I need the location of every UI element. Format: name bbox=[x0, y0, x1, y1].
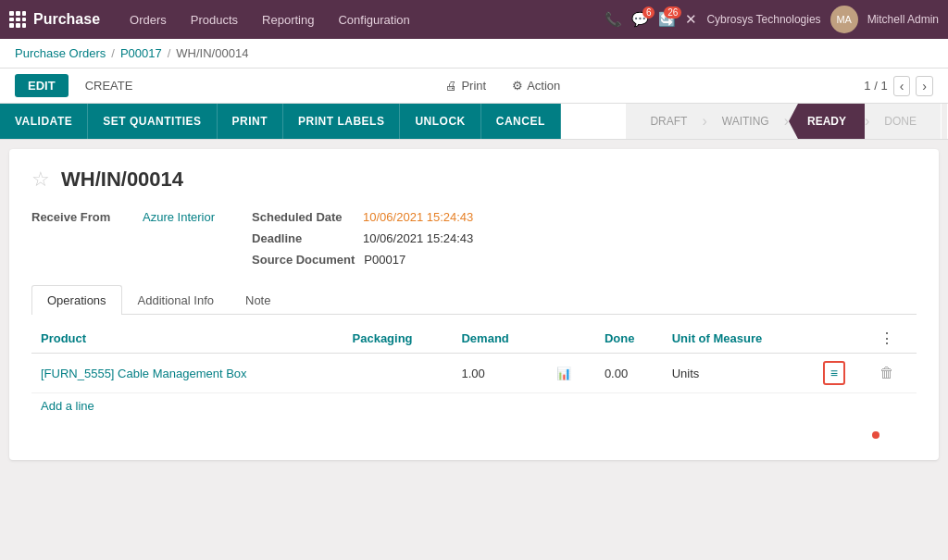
receive-from-value[interactable]: Azure Interior bbox=[143, 210, 215, 224]
print-action-button[interactable]: PRINT bbox=[218, 104, 284, 139]
print-button[interactable]: 🖨 Print bbox=[436, 74, 495, 97]
apps-grid-icon[interactable] bbox=[9, 11, 26, 28]
status-draft[interactable]: DRAFT bbox=[635, 104, 702, 139]
top-navigation: Purchase Orders Products Reporting Confi… bbox=[0, 0, 948, 39]
svg-rect-1 bbox=[16, 11, 20, 16]
nav-products[interactable]: Products bbox=[180, 9, 249, 31]
source-document-value: P00017 bbox=[364, 253, 405, 267]
validate-button[interactable]: VALIDATE bbox=[0, 104, 88, 139]
breadcrumb-sep-1: / bbox=[111, 46, 115, 60]
breadcrumb: Purchase Orders / P00017 / WH/IN/00014 bbox=[0, 39, 948, 68]
status-waiting[interactable]: WAITING bbox=[707, 104, 784, 139]
table-kebab-button[interactable]: ⋮ bbox=[879, 330, 894, 347]
print-label: Print bbox=[461, 79, 486, 93]
col-packaging: Packaging bbox=[343, 324, 453, 354]
nav-orders[interactable]: Orders bbox=[118, 9, 178, 31]
app-brand[interactable]: Purchase bbox=[33, 11, 100, 28]
nav-reporting[interactable]: Reporting bbox=[251, 9, 325, 31]
close-icon[interactable]: ✕ bbox=[685, 11, 697, 28]
action-status-row: VALIDATE SET QUANTITIES PRINT PRINT LABE… bbox=[0, 104, 948, 140]
user-name: Mitchell Admin bbox=[867, 13, 939, 26]
row-detail-btn-cell: ≡ bbox=[814, 354, 870, 393]
row-delete-cell: 🗑 bbox=[870, 354, 917, 393]
nav-configuration[interactable]: Configuration bbox=[327, 9, 420, 31]
deadline-field: Deadline 10/06/2021 15:24:43 bbox=[252, 231, 473, 245]
col-kebab: ⋮ bbox=[870, 324, 917, 354]
breadcrumb-purchase-orders[interactable]: Purchase Orders bbox=[15, 46, 106, 60]
row-forecast-icon[interactable]: 📊 bbox=[543, 354, 594, 393]
svg-rect-0 bbox=[9, 11, 14, 16]
refresh-badge: 26 bbox=[664, 6, 681, 19]
action-label: Action bbox=[527, 79, 560, 93]
status-done[interactable]: DONE bbox=[869, 104, 931, 139]
row-packaging bbox=[343, 354, 453, 393]
next-page-button[interactable]: › bbox=[916, 76, 933, 96]
table-row: [FURN_5555] Cable Management Box 1.00 📊 … bbox=[31, 354, 917, 393]
create-button[interactable]: CREATE bbox=[76, 74, 143, 97]
scheduled-date-field: Scheduled Date 10/06/2021 15:24:43 bbox=[252, 210, 473, 224]
deadline-label: Deadline bbox=[252, 231, 354, 245]
red-indicator-dot bbox=[872, 431, 879, 439]
col-done: Done bbox=[595, 324, 663, 354]
right-fields: Scheduled Date 10/06/2021 15:24:43 Deadl… bbox=[252, 210, 473, 267]
cancel-button[interactable]: CANCEL bbox=[481, 104, 561, 139]
svg-rect-3 bbox=[9, 18, 14, 21]
user-avatar[interactable]: MA bbox=[830, 6, 858, 33]
svg-rect-2 bbox=[22, 11, 26, 16]
col-demand: Demand bbox=[452, 324, 543, 354]
content-area: ☆ WH/IN/00014 Receive From Azure Interio… bbox=[0, 140, 948, 553]
tabs: Operations Additional Info Note bbox=[31, 285, 917, 315]
tab-additional-info[interactable]: Additional Info bbox=[122, 285, 230, 315]
scheduled-date-label: Scheduled Date bbox=[252, 210, 354, 224]
print-icon: 🖨 bbox=[445, 79, 457, 93]
prev-page-button[interactable]: ‹ bbox=[893, 76, 911, 96]
add-line-button[interactable]: Add a line bbox=[31, 393, 104, 418]
detail-lines-button[interactable]: ≡ bbox=[823, 361, 845, 385]
document-card: ☆ WH/IN/00014 Receive From Azure Interio… bbox=[9, 149, 939, 460]
svg-rect-7 bbox=[16, 23, 20, 28]
edit-button[interactable]: EDIT bbox=[15, 74, 69, 97]
print-labels-button[interactable]: PRINT LABELS bbox=[283, 104, 400, 139]
col-actions bbox=[814, 324, 870, 354]
svg-rect-5 bbox=[22, 18, 26, 21]
status-pipeline: DRAFT › WAITING › READY › DONE bbox=[626, 104, 941, 139]
breadcrumb-current: WH/IN/00014 bbox=[176, 46, 248, 60]
action-button[interactable]: ⚙ Action bbox=[503, 74, 569, 97]
unlock-button[interactable]: UNLOCK bbox=[400, 104, 480, 139]
phone-icon[interactable]: 📞 bbox=[605, 11, 622, 28]
scheduled-date-value: 10/06/2021 15:24:43 bbox=[363, 210, 473, 224]
status-ready[interactable]: READY bbox=[789, 104, 865, 139]
action-bar: VALIDATE SET QUANTITIES PRINT PRINT LABE… bbox=[0, 104, 561, 139]
nav-links: Orders Products Reporting Configuration bbox=[118, 9, 605, 31]
fields-row: Receive From Azure Interior Scheduled Da… bbox=[31, 210, 917, 267]
chat-badge: 6 bbox=[642, 6, 655, 19]
svg-rect-4 bbox=[16, 18, 20, 21]
set-quantities-button[interactable]: SET QUANTITIES bbox=[88, 104, 217, 139]
tab-note[interactable]: Note bbox=[230, 285, 286, 315]
nav-right: 📞 💬 6 🔄 26 ✕ Cybrosys Technologies MA Mi… bbox=[605, 6, 939, 33]
row-unit: Units bbox=[663, 354, 814, 393]
delete-row-button[interactable]: 🗑 bbox=[879, 365, 894, 381]
row-demand: 1.00 bbox=[452, 354, 543, 393]
tab-operations[interactable]: Operations bbox=[31, 285, 122, 315]
gear-icon: ⚙ bbox=[512, 79, 523, 93]
col-unit: Unit of Measure bbox=[663, 324, 814, 354]
row-product[interactable]: [FURN_5555] Cable Management Box bbox=[31, 354, 343, 393]
left-fields: Receive From Azure Interior bbox=[31, 210, 215, 267]
breadcrumb-sep-2: / bbox=[168, 46, 171, 60]
receive-from-label: Receive From bbox=[31, 210, 133, 224]
chart-icon[interactable]: 📊 bbox=[556, 367, 571, 380]
refresh-icon[interactable]: 🔄 26 bbox=[658, 11, 676, 28]
source-document-label: Source Document bbox=[252, 253, 355, 267]
operations-table: Product Packaging Demand Done Unit of Me… bbox=[31, 324, 917, 393]
row-done: 0.00 bbox=[595, 354, 663, 393]
chat-icon[interactable]: 💬 6 bbox=[631, 11, 649, 28]
source-document-field: Source Document P00017 bbox=[252, 253, 473, 267]
document-title: WH/IN/00014 bbox=[61, 168, 183, 192]
svg-rect-6 bbox=[9, 23, 14, 28]
svg-rect-8 bbox=[22, 23, 26, 28]
breadcrumb-p00017[interactable]: P00017 bbox=[120, 46, 162, 60]
favorite-star-icon[interactable]: ☆ bbox=[31, 168, 50, 192]
receive-from-field: Receive From Azure Interior bbox=[31, 210, 215, 224]
pagination: 1 / 1 ‹ › bbox=[864, 76, 933, 96]
